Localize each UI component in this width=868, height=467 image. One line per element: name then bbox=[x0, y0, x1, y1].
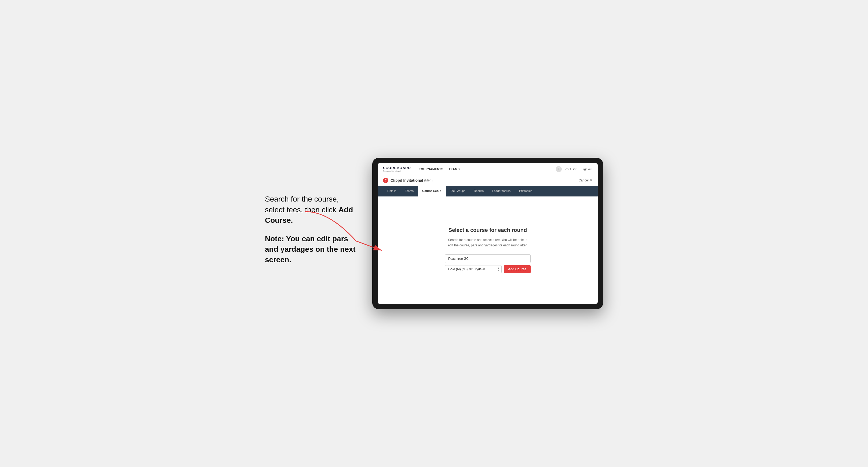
section-title: Select a course for each round bbox=[448, 227, 527, 233]
tab-details[interactable]: Details bbox=[383, 186, 401, 196]
user-avatar: T bbox=[556, 166, 562, 172]
annotation-main: Search for the course, select tees, then… bbox=[265, 194, 356, 225]
annotation-note: Note: You can edit pars and yardages on … bbox=[265, 234, 356, 265]
tab-results[interactable]: Results bbox=[469, 186, 488, 196]
tab-nav: Details Teams Course Setup Tee Groups Re… bbox=[378, 186, 598, 196]
logo-sub: Powered by clippd bbox=[383, 170, 411, 172]
tee-select-value: Gold (M) (M) (7010 yds) bbox=[448, 267, 483, 271]
logo-title: SCOREBOARD bbox=[383, 166, 411, 170]
tablet-frame: SCOREBOARD Powered by clippd TOURNAMENTS… bbox=[372, 158, 603, 309]
add-course-button[interactable]: Add Course bbox=[504, 265, 531, 273]
cancel-label: Cancel bbox=[579, 179, 589, 182]
chevron-up-icon: ▲ bbox=[498, 267, 500, 269]
course-search-input[interactable] bbox=[445, 254, 531, 263]
cancel-button[interactable]: Cancel ✕ bbox=[579, 179, 592, 182]
annotation-panel: Search for the course, select tees, then… bbox=[265, 194, 356, 273]
tab-teams[interactable]: Teams bbox=[401, 186, 418, 196]
tab-printables[interactable]: Printables bbox=[515, 186, 536, 196]
tee-select[interactable]: Gold (M) (M) (7010 yds) ✕ ▲ ▼ bbox=[445, 265, 502, 273]
top-nav: SCOREBOARD Powered by clippd TOURNAMENTS… bbox=[378, 163, 598, 175]
top-nav-right: T Test User | Sign out bbox=[556, 166, 592, 172]
page-wrapper: Search for the course, select tees, then… bbox=[246, 158, 622, 309]
annotation-highlight: Add Course. bbox=[265, 206, 353, 224]
tournament-gender: (Men) bbox=[424, 179, 432, 182]
tournament-header: C Clippd Invitational (Men) Cancel ✕ bbox=[378, 175, 598, 186]
signout-link[interactable]: Sign out bbox=[582, 167, 592, 171]
tournament-name: Clippd Invitational bbox=[391, 178, 423, 183]
user-name: Test User bbox=[564, 167, 576, 171]
tab-tee-groups[interactable]: Tee Groups bbox=[446, 186, 470, 196]
chevron-down-icon: ▼ bbox=[498, 269, 500, 271]
nav-links: TOURNAMENTS TEAMS bbox=[419, 167, 556, 171]
nav-teams[interactable]: TEAMS bbox=[449, 167, 460, 171]
tournament-logo: C bbox=[383, 178, 389, 183]
tablet-screen: SCOREBOARD Powered by clippd TOURNAMENTS… bbox=[378, 163, 598, 304]
tee-select-row: Gold (M) (M) (7010 yds) ✕ ▲ ▼ Add Course bbox=[445, 265, 531, 273]
close-icon: ✕ bbox=[590, 179, 592, 182]
logo-area: SCOREBOARD Powered by clippd bbox=[383, 166, 411, 172]
nav-separator: | bbox=[579, 167, 580, 171]
section-desc: Search for a course and select a tee. Yo… bbox=[447, 238, 528, 248]
tab-course-setup[interactable]: Course Setup bbox=[418, 186, 446, 196]
nav-tournaments[interactable]: TOURNAMENTS bbox=[419, 167, 443, 171]
tee-clear-icon[interactable]: ✕ bbox=[483, 267, 485, 271]
tee-select-controls: ▲ ▼ bbox=[498, 267, 500, 271]
tab-leaderboards[interactable]: Leaderboards bbox=[488, 186, 515, 196]
main-content: Select a course for each round Search fo… bbox=[378, 196, 598, 304]
